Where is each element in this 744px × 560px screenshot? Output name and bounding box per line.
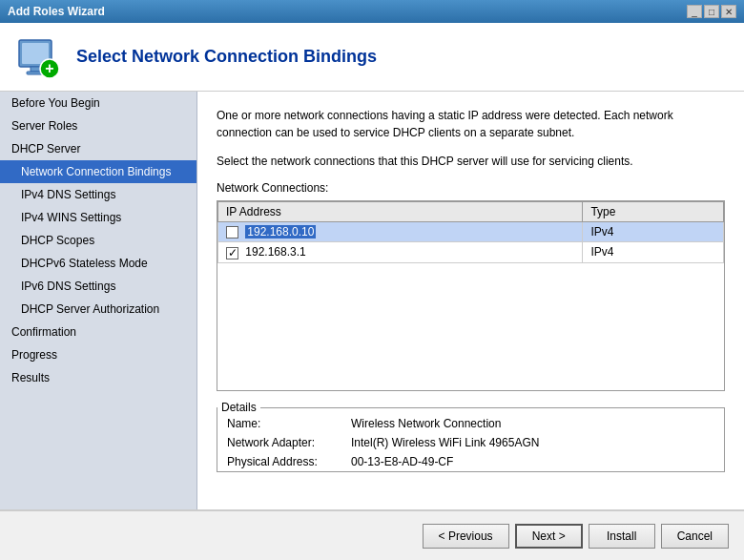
sidebar-item-progress[interactable]: Progress: [0, 343, 196, 366]
connections-table-wrapper: IP Address Type 192.168.0.10 IPv4: [217, 200, 725, 391]
install-button[interactable]: Install: [589, 524, 655, 549]
description-line1: One or more network connections having a…: [217, 107, 725, 141]
wizard-header: + Select Network Connection Bindings: [0, 23, 744, 92]
description-line2: Select the network connections that this…: [217, 153, 725, 170]
sidebar-item-ipv4-wins-settings[interactable]: IPv4 WINS Settings: [0, 206, 196, 229]
sidebar-item-results[interactable]: Results: [0, 366, 196, 389]
connections-table: IP Address Type 192.168.0.10 IPv4: [217, 201, 724, 263]
details-legend: Details: [217, 401, 260, 414]
row2-type: IPv4: [583, 242, 724, 262]
wizard-body: Before You Begin Server Roles DHCP Serve…: [0, 92, 744, 510]
maximize-button[interactable]: □: [704, 5, 719, 18]
details-row-adapter: Network Adapter: Intel(R) Wireless WiFi …: [217, 433, 724, 452]
sidebar-item-server-roles[interactable]: Server Roles: [0, 114, 196, 137]
wizard-title: Select Network Connection Bindings: [76, 47, 377, 67]
row1-type: IPv4: [583, 222, 724, 242]
table-row[interactable]: 192.168.3.1 IPv4: [218, 242, 724, 262]
cancel-button[interactable]: Cancel: [661, 524, 729, 549]
sidebar-item-dhcp-server[interactable]: DHCP Server: [0, 137, 196, 160]
details-label-physical: Physical Address:: [227, 455, 351, 468]
title-bar-text: Add Roles Wizard: [8, 5, 105, 18]
svg-rect-2: [31, 67, 40, 72]
details-value-name: Wireless Network Connection: [351, 417, 501, 430]
network-connections-label: Network Connections:: [217, 181, 725, 195]
title-bar-controls: _ □ ✕: [687, 5, 736, 18]
wizard-icon: +: [15, 34, 61, 80]
details-value-physical: 00-13-E8-AD-49-CF: [351, 455, 453, 468]
close-button[interactable]: ✕: [721, 5, 736, 18]
details-value-adapter: Intel(R) Wireless WiFi Link 4965AGN: [351, 436, 539, 449]
sidebar-item-network-connection-bindings[interactable]: Network Connection Bindings: [0, 160, 196, 183]
details-row-name: Name: Wireless Network Connection: [217, 414, 724, 433]
sidebar-item-ipv4-dns-settings[interactable]: IPv4 DNS Settings: [0, 183, 196, 206]
svg-text:+: +: [45, 60, 53, 76]
checkbox-row2[interactable]: [226, 247, 238, 259]
details-fieldset: Details Name: Wireless Network Connectio…: [217, 401, 725, 472]
col-header-ip: IP Address: [218, 202, 583, 222]
wizard-footer: < Previous Next > Install Cancel: [0, 510, 744, 560]
sidebar-item-dhcpv6-stateless-mode[interactable]: DHCPv6 Stateless Mode: [0, 252, 196, 275]
table-row[interactable]: 192.168.0.10 IPv4: [218, 222, 724, 242]
details-label-adapter: Network Adapter:: [227, 436, 351, 449]
row2-ip-value: 192.168.3.1: [245, 245, 305, 259]
sidebar-item-dhcp-server-authorization[interactable]: DHCP Server Authorization: [0, 298, 196, 321]
sidebar-item-ipv6-dns-settings[interactable]: IPv6 DNS Settings: [0, 275, 196, 298]
minimize-button[interactable]: _: [687, 5, 702, 18]
row1-ip-value: 192.168.0.10: [245, 225, 316, 239]
next-button[interactable]: Next >: [515, 524, 583, 549]
sidebar-item-before-you-begin[interactable]: Before You Begin: [0, 92, 196, 114]
sidebar: Before You Begin Server Roles DHCP Serve…: [0, 92, 197, 509]
content-area: One or more network connections having a…: [197, 92, 744, 509]
sidebar-item-confirmation[interactable]: Confirmation: [0, 321, 196, 343]
col-header-type: Type: [583, 202, 724, 222]
title-bar: Add Roles Wizard _ □ ✕: [0, 0, 744, 23]
row1-ip: 192.168.0.10: [218, 222, 583, 242]
sidebar-item-dhcp-scopes[interactable]: DHCP Scopes: [0, 229, 196, 252]
checkbox-row1[interactable]: [226, 226, 238, 239]
previous-button[interactable]: < Previous: [423, 524, 509, 549]
details-row-physical: Physical Address: 00-13-E8-AD-49-CF: [217, 452, 724, 471]
details-label-name: Name:: [227, 417, 351, 430]
row2-ip: 192.168.3.1: [218, 242, 583, 262]
